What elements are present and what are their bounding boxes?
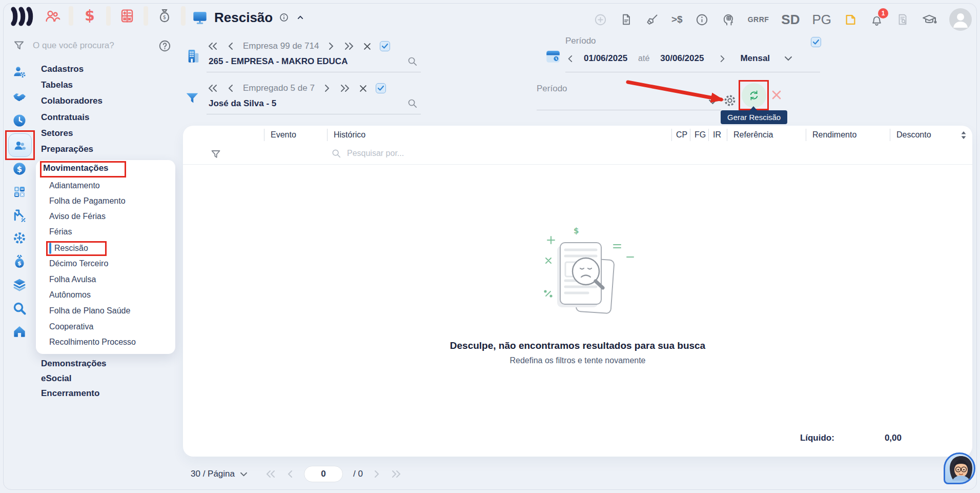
prev-company-icon[interactable] [227, 42, 234, 50]
pg-icon[interactable]: PG [812, 12, 831, 28]
sidebar-icon-clock[interactable] [12, 113, 27, 128]
sidebar-item-demonstracoes[interactable]: Demonstrações [41, 359, 107, 369]
column-evento[interactable]: Evento [264, 129, 327, 141]
submenu-item-autonomos[interactable]: Autônomos [49, 290, 91, 300]
submenu-item-recolhimento[interactable]: Recolhimento Processo [49, 338, 136, 347]
employee-search-icon[interactable] [406, 97, 418, 109]
first-page-icon[interactable] [265, 470, 276, 478]
sidebar-item-cadastros[interactable]: Cadastros [41, 64, 84, 74]
period-end-date[interactable]: 30/06/2025 [660, 53, 704, 64]
column-cp[interactable]: CP [671, 129, 690, 141]
prev-page-icon[interactable] [287, 470, 294, 478]
info-circle-icon[interactable] [695, 13, 709, 27]
next-period-icon[interactable] [719, 55, 726, 63]
sort-icon[interactable] [954, 131, 972, 140]
broom-icon[interactable] [645, 13, 659, 27]
collapse-chevron-up-icon[interactable] [295, 12, 305, 23]
table-filter-icon[interactable] [210, 148, 222, 161]
sidebar-item-colaboradores[interactable]: Colaboradores [41, 96, 103, 106]
prev-employee-icon[interactable] [227, 84, 234, 92]
generate-termination-button[interactable] [742, 83, 766, 108]
last-company-icon[interactable] [343, 42, 355, 50]
submenu-item-decimo-terceiro[interactable]: Décimo Terceiro [49, 259, 108, 268]
grrf-icon[interactable]: GRRF [748, 15, 769, 24]
add-circle-icon[interactable] [594, 13, 607, 27]
sidebar-item-encerramento[interactable]: Encerramento [41, 388, 99, 399]
column-historico[interactable]: Histórico [327, 129, 671, 141]
notifications-bell-icon[interactable]: 1 [870, 13, 884, 27]
submenu-item-aviso-ferias[interactable]: Aviso de Férias [49, 212, 106, 221]
sidebar-icon-home[interactable] [12, 324, 27, 339]
column-referencia[interactable]: Referência [727, 129, 806, 141]
help-icon[interactable] [158, 39, 172, 53]
user-avatar[interactable] [949, 8, 972, 31]
note-icon[interactable] [844, 13, 858, 27]
sidebar-icon-moneybag[interactable]: $ [12, 254, 27, 269]
clear-employee-icon[interactable] [359, 85, 367, 92]
column-desconto[interactable]: Desconto [890, 129, 954, 141]
graduation-cap-icon[interactable] [922, 12, 937, 27]
sidebar-icon-employees[interactable] [12, 64, 27, 80]
page-size-select[interactable]: 30 / Página [191, 469, 248, 479]
period-frequency-select[interactable]: Mensal [740, 53, 770, 64]
sidebar-item-colaboradores-active[interactable] [8, 133, 32, 157]
document-search-icon[interactable] [896, 13, 909, 26]
search-input[interactable] [33, 41, 151, 51]
payroll-assistant-icon[interactable] [721, 12, 736, 27]
company-value[interactable]: 265 - EMPRESA - MAKRO EDUCA [209, 56, 348, 67]
info-icon[interactable] [279, 12, 289, 23]
prev-period-icon[interactable] [567, 55, 574, 63]
sidebar-item-movimentacoes[interactable]: Movimentações [43, 163, 109, 173]
sidebar-icon-search[interactable] [12, 301, 27, 316]
company-search-icon[interactable] [406, 55, 418, 67]
submenu-item-cooperativa[interactable]: Cooperativa [49, 322, 93, 331]
submenu-item-folha-pagamento[interactable]: Folha de Pagamento [49, 196, 126, 206]
last-page-icon[interactable] [391, 470, 402, 478]
first-company-icon[interactable] [207, 42, 218, 50]
sidebar-icon-layers[interactable] [12, 277, 27, 292]
assistant-avatar[interactable] [944, 452, 975, 484]
sidebar-item-tabelas[interactable]: Tabelas [41, 80, 73, 90]
company-checkbox[interactable] [380, 41, 390, 51]
column-fg[interactable]: FG [690, 129, 708, 141]
frequency-chevron-down-icon[interactable] [784, 55, 792, 62]
sidebar-icon-raise[interactable] [12, 208, 27, 223]
filter-funnel-icon[interactable] [12, 39, 26, 52]
submenu-item-folha-avulsa[interactable]: Folha Avulsa [49, 275, 96, 284]
last-employee-icon[interactable] [339, 84, 351, 92]
period-start-date[interactable]: 01/06/2025 [584, 53, 627, 64]
sidebar-icon-gear[interactable] [12, 230, 27, 246]
employee-checkbox[interactable] [376, 83, 386, 93]
app-logo[interactable] [10, 6, 34, 27]
moneybag-module-icon[interactable]: $ [156, 8, 173, 24]
page-number-input[interactable] [304, 466, 343, 482]
sidebar-icon-calculator[interactable] [12, 184, 27, 200]
clear-company-icon[interactable] [363, 43, 371, 50]
people-module-icon[interactable] [44, 8, 60, 24]
table-search-input[interactable] [347, 149, 460, 158]
submenu-item-rescisao[interactable]: Rescisão [54, 244, 88, 253]
sidebar-item-setores[interactable]: Setores [41, 128, 73, 139]
sidebar-item-contratuais[interactable]: Contratuais [41, 112, 89, 123]
sidebar-item-esocial[interactable]: eSocial [41, 373, 72, 384]
next-company-icon[interactable] [328, 42, 335, 50]
employee-value[interactable]: José da Silva - 5 [209, 98, 276, 109]
sidebar-item-preparacoes[interactable]: Preparações [41, 144, 93, 154]
sidebar-icon-handshake[interactable] [12, 89, 27, 104]
period-checkbox[interactable] [811, 37, 821, 47]
calculator-module-icon[interactable] [119, 8, 135, 24]
submenu-item-plano-saude[interactable]: Folha de Plano Saúde [49, 306, 130, 315]
first-employee-icon[interactable] [207, 84, 218, 92]
submenu-item-adiantamento[interactable]: Adiantamento [49, 181, 100, 190]
sd-icon[interactable]: SD [781, 12, 800, 28]
money-transfer-icon[interactable]: >$ [671, 14, 683, 25]
document-icon[interactable] [620, 13, 633, 26]
close-pink-icon[interactable] [771, 89, 782, 101]
submenu-item-ferias[interactable]: Férias [49, 227, 72, 236]
next-page-icon[interactable] [373, 470, 380, 478]
next-employee-icon[interactable] [323, 84, 331, 92]
column-ir[interactable]: IR [708, 129, 727, 141]
sidebar-icon-finance[interactable]: $ [12, 161, 27, 176]
finance-module-icon[interactable]: $ [81, 8, 98, 24]
column-rendimento[interactable]: Rendimento [806, 129, 890, 141]
